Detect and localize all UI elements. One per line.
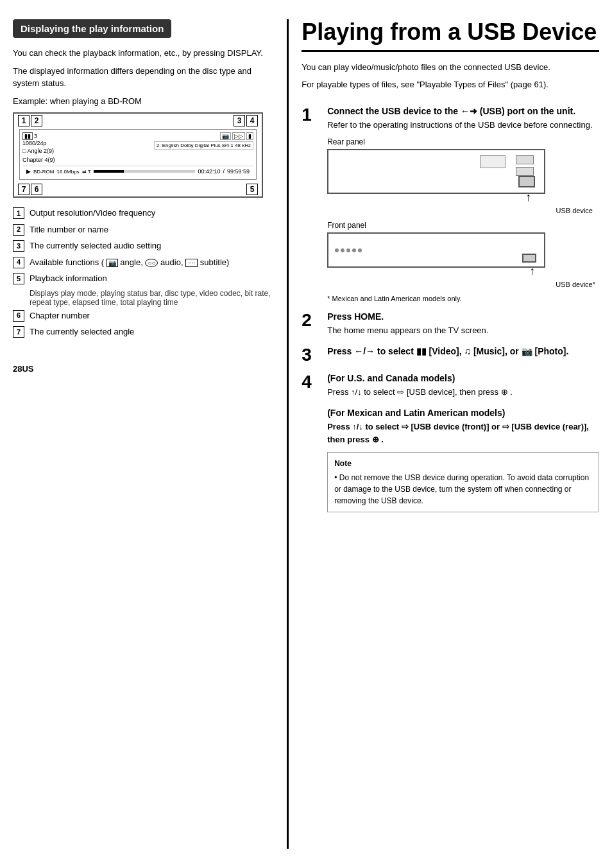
bd-audio: 2: English Dolby Digital Plus 8/4.1 48 k… (154, 141, 253, 150)
corner-num-2: 2 (31, 115, 42, 126)
step-2: 2 Press HOME. The home menu appears on t… (302, 311, 599, 337)
bd-num-label: 3 (34, 133, 37, 139)
step-4-sub-body: Press ↑/↓ to select ⇨ [USB device (front… (327, 421, 599, 446)
front-panel-label: Front panel (327, 221, 599, 230)
left-column: Displaying the play information You can … (13, 19, 287, 849)
right-intro-2: For playable types of files, see "Playab… (302, 78, 599, 91)
step-3-content: Press ←/→ to select ▮▮ [Video], ♫ [Music… (327, 346, 599, 359)
item-text-6: Chapter number (30, 309, 90, 322)
step-2-content: Press HOME. The home menu appears on the… (327, 311, 599, 337)
corner-num-4: 4 (246, 115, 258, 126)
bd-time-elapsed: 00:42:10 (198, 168, 220, 175)
bd-speed: 16.0Mbps (56, 169, 79, 175)
right-column: Playing from a USB Device You can play v… (287, 19, 599, 849)
bd-chapter: Chapter 4(9) (22, 157, 253, 163)
list-item: 7 The currently selected angle (13, 326, 274, 338)
asterisk-note: * Mexican and Latin American models only… (327, 295, 599, 302)
step-1-body: Refer to the operating instructions of t… (327, 119, 599, 132)
corner-num-6: 6 (31, 184, 42, 195)
usb-device-label-rear: USB device (327, 207, 599, 214)
step-1-title: Connect the USB device to the ←➜ (USB) p… (327, 106, 599, 116)
intro-text-1: You can check the playback information, … (13, 47, 274, 60)
step-2-title: Press HOME. (327, 311, 599, 322)
list-item: 2 Title number or name (13, 223, 274, 236)
step-num-4: 4 (302, 373, 322, 391)
item-text-4: Available functions ( 📷 angle, ○○ audio,… (30, 256, 229, 269)
step-2-body: The home menu appears on the TV screen. (327, 324, 599, 337)
step-1-content: Connect the USB device to the ←➜ (USB) p… (327, 106, 599, 303)
step-num-1: 1 (302, 106, 322, 124)
usb-device-label-front: USB device* (327, 281, 599, 288)
rear-panel-label: Rear panel (327, 137, 599, 146)
list-item: 1 Output resolution/Video frequency (13, 207, 274, 220)
example-label: Example: when playing a BD-ROM (13, 95, 274, 108)
front-panel-diagram: Front panel ↑ US (327, 221, 599, 288)
step-num-3: 3 (302, 346, 322, 364)
list-item: 6 Chapter number (13, 309, 274, 322)
list-item: 5 Playback information (13, 272, 274, 285)
note-box: Note • Do not remove the USB device duri… (327, 452, 599, 512)
rear-panel-box: ↑ (327, 149, 545, 194)
step-4: 4 (For U.S. and Canada models) Press ↑/↓… (302, 373, 599, 513)
item-subtext-5: Displays play mode, playing status bar, … (30, 289, 274, 307)
item-text-3: The currently selected audio setting (30, 239, 161, 252)
step-3-title: Press ←/→ to select ▮▮ [Video], ♫ [Music… (327, 346, 599, 356)
item-text-1: Output resolution/Video frequency (30, 207, 155, 220)
intro-text-2: The displayed information differs depend… (13, 65, 274, 90)
rear-panel-diagram: Rear panel ↑ USB device (327, 137, 599, 214)
section-header: Displaying the play information (13, 19, 171, 38)
step-4-content: (For U.S. and Canada models) Press ↑/↓ t… (327, 373, 599, 513)
bd-display-mockup: 1 2 3 4 ▮▮ 3 (13, 112, 263, 198)
corner-num-5: 5 (246, 184, 258, 195)
right-intro-1: You can play video/music/photo files on … (302, 61, 599, 74)
step-4-title: (For U.S. and Canada models) (327, 373, 599, 383)
list-item: 4 Available functions ( 📷 angle, ○○ audi… (13, 256, 274, 269)
note-title: Note (334, 458, 592, 469)
step-4-body: Press ↑/↓ to select ⇨ [USB device], then… (327, 386, 599, 399)
step-1: 1 Connect the USB device to the ←➜ (USB)… (302, 106, 599, 303)
item-text-5: Playback information (30, 272, 107, 285)
step-num-2: 2 (302, 311, 322, 329)
page-number: 28US (13, 364, 274, 374)
progress-bar (94, 170, 196, 173)
item-list: 1 Output resolution/Video frequency 2 Ti… (13, 207, 274, 338)
step-4-sub-title: (For Mexican and Latin American models) (327, 408, 599, 418)
play-symbol: ▶ (26, 168, 31, 175)
item-text-7: The currently selected angle (30, 326, 134, 338)
corner-num-3: 3 (234, 115, 245, 126)
bd-angle: □ Angle 2(9) (22, 148, 54, 154)
bd-time-total: 99:59:59 (227, 168, 250, 175)
list-item: 3 The currently selected audio setting (13, 239, 274, 252)
corner-num-7: 7 (18, 184, 30, 195)
page-title: Playing from a USB Device (302, 19, 599, 52)
bd-resolution: 1080/24p (22, 140, 54, 146)
step-3: 3 Press ←/→ to select ▮▮ [Video], ♫ [Mus… (302, 346, 599, 364)
bd-status: BD-ROM (33, 169, 54, 175)
item-text-2: Title number or name (30, 223, 108, 236)
corner-num-1: 1 (18, 115, 30, 126)
note-text-1: • Do not remove the USB device during op… (334, 472, 592, 507)
front-panel-box: ↑ (327, 232, 545, 268)
